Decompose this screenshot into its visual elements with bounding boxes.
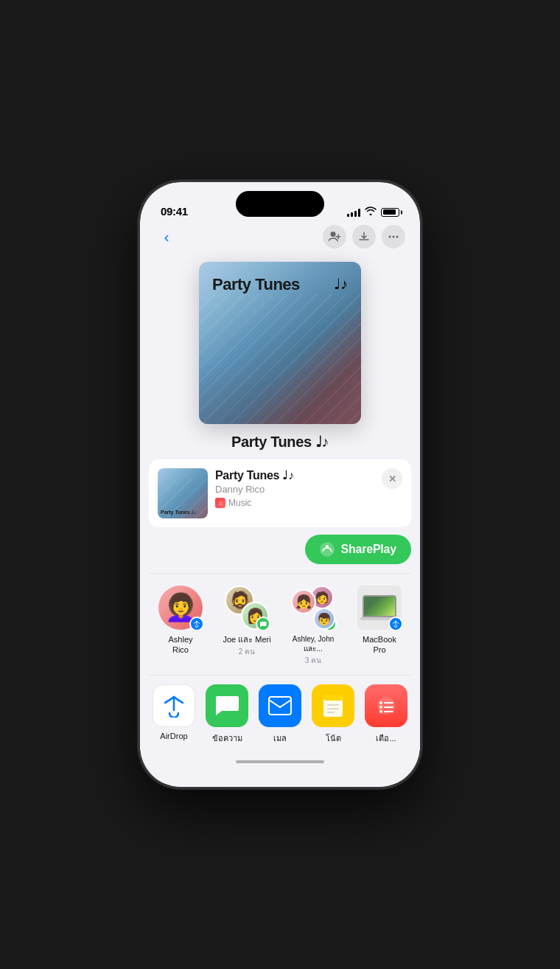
back-button[interactable]: ‹	[155, 225, 178, 249]
contact-avatar-group: 👧 🧑 👦	[291, 586, 335, 630]
airdrop-icon	[153, 684, 195, 727]
contact-sub-joe: 2 คน	[239, 646, 255, 657]
nav-actions	[323, 225, 405, 249]
share-title: Party Tunes ♩♪	[215, 468, 374, 482]
apps-row: AirDrop ข้อความ	[140, 675, 420, 751]
svg-point-3	[393, 236, 395, 238]
album-art: Party Tunes ♩♪	[199, 262, 361, 424]
contact-joe-meri[interactable]: 🧔 👩 Joe และ Meri 2 คน	[218, 586, 276, 666]
phone-frame: 09:41	[140, 182, 420, 787]
share-thumb-label: Party Tunes ♩♪	[161, 510, 196, 515]
battery-icon	[381, 208, 399, 217]
macbook-screen	[363, 595, 396, 617]
svg-point-4	[396, 236, 399, 238]
shareplay-row: SharePlay	[140, 527, 420, 573]
status-time: 09:41	[161, 205, 188, 218]
contact-ashley-rico[interactable]: 👩‍🦱 AshleyRico	[152, 586, 209, 666]
shareplay-icon	[320, 542, 335, 557]
share-service: ♫ Music	[215, 498, 374, 508]
share-info: Party Tunes ♩♪ Danny Rico ♫ Music	[215, 468, 374, 508]
contact-avatar-joe: 🧔 👩	[225, 586, 269, 630]
messages-badge-joe	[256, 617, 270, 631]
svg-point-15	[379, 706, 382, 709]
download-button[interactable]	[352, 225, 376, 249]
svg-rect-8	[323, 695, 343, 701]
share-sheet: Party Tunes ♩♪ Party Tunes ♩♪ Danny Rico…	[140, 454, 420, 787]
share-artist: Danny Rico	[215, 484, 374, 495]
add-person-button[interactable]	[323, 225, 346, 249]
album-art-notes: ♩♪	[334, 275, 348, 293]
svg-point-13	[379, 701, 382, 704]
app-notes[interactable]: โน้ต	[308, 684, 358, 745]
app-name-notes: โน้ต	[326, 732, 341, 745]
app-reminders[interactable]: เตือ...	[361, 684, 411, 745]
contact-avatar-macbook	[357, 586, 402, 630]
app-name-messages: ข้อความ	[212, 732, 242, 745]
wifi-icon	[365, 206, 377, 218]
contact-name-ashley: AshleyRico	[168, 634, 192, 656]
messages-icon	[206, 684, 248, 727]
signal-bars-icon	[347, 208, 360, 217]
status-icons	[347, 206, 399, 218]
share-card: Party Tunes ♩♪ Party Tunes ♩♪ Danny Rico…	[149, 459, 411, 527]
apple-music-icon: ♫	[215, 498, 225, 508]
back-chevron-icon: ‹	[164, 229, 169, 246]
album-title: Party Tunes ♩♪	[231, 433, 329, 451]
contacts-row: 👩‍🦱 AshleyRico 🧔	[140, 574, 420, 675]
contact-name-macbook: MacBookPro	[363, 634, 396, 656]
avatar-group3-icon: 👦	[313, 608, 335, 630]
contact-sub-group: 3 คน	[305, 655, 321, 666]
share-service-name: Music	[228, 498, 251, 508]
more-button[interactable]	[382, 225, 405, 249]
airdrop-badge-macbook	[388, 617, 403, 631]
contact-ashley-john[interactable]: 👧 🧑 👦 Ashley, John และ... 3 คน	[284, 586, 342, 666]
app-name-mail: เมล	[273, 732, 287, 745]
app-mail[interactable]: เมล	[255, 684, 305, 745]
contact-macbook[interactable]: MacBookPro	[351, 586, 408, 666]
reminders-icon	[365, 684, 407, 727]
app-name-reminders: เตือ...	[376, 732, 396, 745]
home-indicator	[140, 751, 420, 773]
contact-avatar-ashley: 👩‍🦱	[158, 586, 203, 630]
screen: 09:41	[140, 182, 420, 787]
multi-avatar-group: 👧 🧑 👦	[291, 586, 335, 630]
share-close-button[interactable]: ✕	[382, 468, 402, 489]
contact-name-joe: Joe และ Meri	[223, 634, 270, 645]
nav-bar: ‹	[140, 222, 420, 254]
shareplay-label: SharePlay	[340, 543, 396, 556]
home-bar	[236, 760, 324, 763]
notes-icon	[312, 684, 354, 727]
app-airdrop[interactable]: AirDrop	[149, 684, 199, 740]
album-section: Party Tunes ♩♪ Party Tunes ♩♪	[140, 254, 420, 454]
dynamic-island	[236, 191, 324, 217]
contact-name-group: Ashley, John และ...	[284, 634, 342, 653]
svg-point-2	[389, 236, 391, 238]
avatar-group1-icon: 👧	[291, 589, 316, 614]
mail-icon	[259, 684, 301, 727]
shareplay-button[interactable]: SharePlay	[305, 535, 411, 564]
app-name-airdrop: AirDrop	[160, 732, 187, 740]
share-thumbnail: Party Tunes ♩♪	[158, 468, 208, 518]
app-messages[interactable]: ข้อความ	[202, 684, 252, 745]
svg-point-17	[379, 710, 382, 713]
svg-point-5	[326, 545, 329, 548]
airdrop-badge-ashley	[189, 617, 204, 631]
svg-rect-6	[269, 697, 291, 715]
album-art-title: Party Tunes	[212, 275, 300, 294]
